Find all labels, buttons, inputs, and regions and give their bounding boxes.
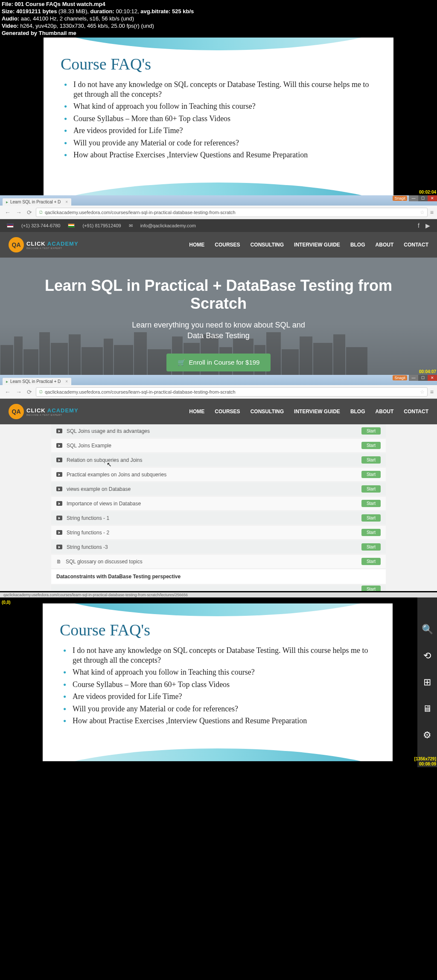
lecture-row[interactable]: String functions -3Start [51, 540, 386, 554]
document-icon: 🗎 [56, 559, 61, 565]
nav-home[interactable]: HOME [189, 242, 204, 248]
logo[interactable]: QA CLICK ACADEMYBECOME A TEST EXPERT [9, 404, 79, 419]
hero-subtitle: Learn everything you need to know about … [132, 320, 305, 341]
start-button[interactable]: Start [361, 427, 381, 435]
window-maximize-button[interactable]: ☐ [418, 375, 428, 381]
start-button[interactable]: Start [361, 558, 381, 565]
nav-about[interactable]: ABOUT [376, 409, 394, 415]
site-nav: QA CLICK ACADEMYBECOME A TEST EXPERT HOM… [0, 399, 437, 424]
bookmark-icon: ☆ [420, 209, 425, 215]
reload-button[interactable]: ⟳ [26, 389, 33, 395]
search-icon[interactable]: 🔍 [422, 624, 433, 635]
lecture-row[interactable]: 🗎SQL glossary on discussed topicsStart [51, 555, 386, 568]
address-bar: ← → ⟳ 🗋qaclickacademy.usefedora.com/cour… [0, 385, 437, 399]
nav-courses[interactable]: COURSES [215, 242, 240, 248]
browser-tab[interactable]: ▸Learn SQL in Practical + D× [3, 378, 71, 385]
lecture-row[interactable]: SQL Joins usage and its advantagesStart [51, 424, 386, 438]
faq-item: I do not have any knowledge on SQL conce… [73, 646, 376, 665]
enroll-button[interactable]: 🛒Enroll in Course for $199 [166, 354, 271, 371]
start-button[interactable]: Start [361, 485, 381, 493]
window-minimize-button[interactable]: — [409, 375, 418, 381]
nav-interview-guide[interactable]: INTERVIEW GUIDE [294, 242, 340, 248]
hero-title: Learn SQL in Practical + DataBase Testin… [45, 277, 392, 312]
lecture-row[interactable]: String functions - 1Start [51, 511, 386, 525]
lecture-row[interactable]: SQL Joins ExampleStart [51, 439, 386, 452]
lecture-row[interactable]: views example on DatabaseStart [51, 482, 386, 496]
faq-item: Are videos provided for Life Time? [73, 126, 376, 136]
faq-slide: Course FAQ's I do not have any knowledge… [43, 603, 393, 761]
coords-top-left: (0,0) [2, 600, 11, 605]
cursor-icon: ↖ [107, 461, 112, 468]
back-button[interactable]: ← [3, 389, 12, 395]
faq-item: How about Practise Exercises ,Interview … [73, 150, 376, 160]
nav-contact[interactable]: CONTACT [404, 242, 428, 248]
nav-blog[interactable]: BLOG [350, 242, 365, 248]
window-maximize-button[interactable]: ☐ [418, 195, 428, 201]
devices-icon[interactable]: 🖥 [422, 703, 432, 714]
windows-charms-bar: 🔍 ⟲ ⊞ 🖥 ⚙ [417, 597, 437, 767]
start-button[interactable]: Start [361, 529, 381, 536]
window-close-button[interactable]: ✕ [428, 375, 437, 381]
snagit-badge: Snagit [393, 375, 407, 380]
window-minimize-button[interactable]: — [409, 195, 418, 201]
site-nav: QA CLICK ACADEMYBECOME A TEST EXPERT HOM… [0, 232, 437, 258]
lecture-row[interactable]: Practical examples on Joins and subqueri… [51, 468, 386, 481]
browser-chrome: Snagit — ☐ ✕ ▸Learn SQL in Practical + D… [0, 375, 437, 399]
site-topbar: (+1) 323-744-6780 (+91) 8179512409 ✉info… [0, 219, 437, 232]
timestamp: 00:02:04 [419, 190, 436, 194]
start-icon[interactable]: ⊞ [423, 677, 431, 688]
nav-contact[interactable]: CONTACT [404, 409, 428, 415]
faq-item: What kind of approach you follow in Teac… [73, 667, 376, 677]
play-icon [56, 516, 62, 520]
forward-button[interactable]: → [15, 209, 23, 216]
play-icon [56, 501, 62, 506]
start-button[interactable]: Start [361, 456, 381, 464]
start-button[interactable]: Start [361, 500, 381, 507]
start-button[interactable]: Start [361, 471, 381, 478]
faq-item: Course Syllabus – More than 60+ Top clas… [73, 114, 376, 124]
lecture-row[interactable]: Start [51, 585, 386, 591]
logo[interactable]: QA CLICK ACADEMYBECOME A TEST EXPERT [9, 237, 79, 252]
play-icon [56, 530, 62, 535]
chrome-menu-icon[interactable]: ≡ [430, 209, 434, 216]
nav-consulting[interactable]: CONSULTING [251, 409, 284, 415]
share-icon[interactable]: ⟲ [423, 650, 431, 661]
faq-list: I do not have any knowledge on SQL conce… [60, 646, 376, 726]
url-input[interactable]: 🗋qaclickacademy.usefedora.com/courses/le… [36, 387, 428, 397]
window-close-button[interactable]: ✕ [428, 195, 437, 201]
nav-courses[interactable]: COURSES [215, 409, 240, 415]
lecture-row[interactable]: Relation on subqueries and JoinsStart↖ [51, 453, 386, 467]
browser-chrome: Snagit — ☐ ✕ ▸Learn SQL in Practical + D… [0, 195, 437, 219]
url-input[interactable]: 🗋qaclickacademy.usefedora.com/courses/le… [36, 208, 428, 217]
nav-about[interactable]: ABOUT [376, 242, 394, 248]
section-header: Dataconstraints with DataBase Testing pe… [51, 569, 386, 584]
nav-consulting[interactable]: CONSULTING [251, 242, 284, 248]
timestamp: 00:04:07 [419, 369, 436, 374]
start-button[interactable]: Start [361, 586, 381, 591]
faq-item: Will you provide any Material or code fo… [73, 138, 376, 148]
faq-title: Course FAQ's [60, 620, 376, 639]
start-button[interactable]: Start [361, 543, 381, 551]
nav-home[interactable]: HOME [189, 409, 204, 415]
start-button[interactable]: Start [361, 514, 381, 522]
youtube-icon[interactable]: ▶ [425, 222, 430, 229]
lecture-row[interactable]: String functions - 2Start [51, 526, 386, 539]
facebook-icon[interactable]: f [418, 222, 420, 229]
browser-tab[interactable]: ▸Learn SQL in Practical + D× [3, 198, 71, 206]
forward-button[interactable]: → [15, 389, 23, 395]
reload-button[interactable]: ⟳ [26, 209, 33, 216]
start-button[interactable]: Start [361, 442, 381, 449]
settings-icon[interactable]: ⚙ [423, 730, 431, 741]
envelope-icon: ✉ [129, 223, 133, 229]
window-controls: — ☐ ✕ [409, 195, 437, 201]
nav-blog[interactable]: BLOG [350, 409, 365, 415]
lecture-row[interactable]: Importance of views in DatabaseStart [51, 497, 386, 510]
snagit-badge: Snagit [393, 196, 407, 201]
play-icon [56, 443, 62, 448]
back-button[interactable]: ← [3, 209, 12, 216]
play-icon [56, 472, 62, 477]
faq-item: How about Practise Exercises ,Interview … [73, 716, 376, 726]
flag-in-icon [68, 223, 75, 228]
nav-interview-guide[interactable]: INTERVIEW GUIDE [294, 409, 340, 415]
chrome-menu-icon[interactable]: ≡ [430, 389, 434, 395]
